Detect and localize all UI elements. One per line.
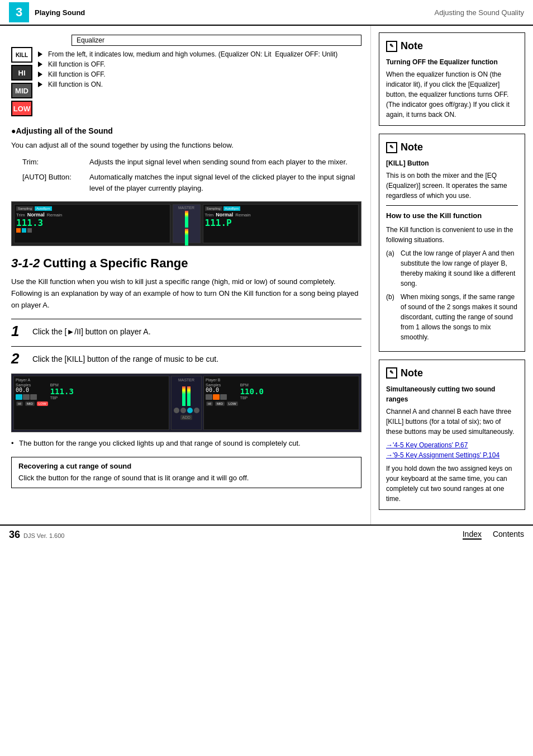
- footer-index-link[interactable]: Index: [463, 530, 482, 540]
- auto-row: [AUTO] Button: Automatically matches the…: [22, 172, 361, 193]
- kill-list-item-a: (a) Cut the low range of player A and th…: [386, 248, 518, 289]
- step-2-text: Click the [KILL] button of the range of …: [32, 351, 218, 365]
- player-tab2-active: AutoBpm: [223, 206, 241, 211]
- eq-row-mid: Kill function is OFF.: [38, 70, 361, 78]
- bullet-item: The button for the range you clicked lig…: [11, 438, 361, 449]
- note-subtitle-kill: [KILL] Button: [386, 158, 518, 168]
- ss-right-panel: Player B Samples 00.0 HI MID: [203, 376, 359, 430]
- player-panel-right: Sampling AutoBpm Trim Normal Remain 111.…: [203, 204, 359, 243]
- note-word-3: Note: [401, 366, 423, 381]
- note-box-1: ✎ Note Turning OFF the Equalizer functio…: [379, 32, 525, 126]
- page-number: 36: [9, 529, 20, 541]
- eq-mid-text: Kill function is OFF.: [48, 70, 106, 78]
- note-header-1: ✎ Note: [386, 39, 518, 54]
- arrow-icon: [38, 82, 42, 87]
- note-icon-3: ✎: [386, 367, 397, 379]
- note-link-2[interactable]: →'9-5 Key Assignment Settings' P.104: [386, 450, 518, 460]
- eq-row-hi: Kill function is OFF.: [38, 60, 361, 68]
- mid-button[interactable]: MID: [11, 83, 32, 98]
- note-word-2: Note: [401, 140, 423, 155]
- auto-desc: Automatically matches the input signal l…: [89, 172, 361, 193]
- ss-hi-kill[interactable]: HI: [16, 401, 23, 406]
- low-button[interactable]: LOW: [11, 101, 32, 116]
- ss-low-kill-b[interactable]: LOW: [227, 401, 238, 406]
- note-header-3: ✎ Note: [386, 366, 518, 381]
- ss-bpm-value-b: 110.0: [240, 387, 264, 396]
- kill-function-title: How to use the Kill function: [386, 210, 518, 221]
- ss-btn[interactable]: [16, 394, 22, 400]
- ss-hi-kill-b[interactable]: HI: [206, 401, 213, 406]
- auto-label: [AUTO] Button:: [22, 172, 89, 193]
- note-text-kill: This is on both the mixer and the [EQ (E…: [386, 171, 518, 201]
- note-icon-2: ✎: [386, 142, 397, 153]
- section-title-text: Cutting a Specific Range: [43, 256, 188, 271]
- kill-intro: The Kill function is convenient to use i…: [386, 225, 518, 245]
- kill-label-a: (a): [386, 248, 398, 258]
- adjusting-all-body: You can adjust all of the sound together…: [11, 140, 361, 151]
- footer-left: 36 DJS Ver. 1.600: [9, 529, 64, 541]
- kill-label-b: (b): [386, 292, 398, 302]
- ss-samples-label: Samples: [16, 383, 49, 387]
- page-header: 3 Playing Sound Adjusting the Sound Qual…: [0, 0, 533, 26]
- note-text-3a: Channel A and channel B each have three …: [386, 407, 518, 437]
- bpm-display: 111.3: [16, 218, 168, 228]
- section-num: 3-1-2: [11, 256, 40, 271]
- note-word-1: Note: [401, 39, 423, 54]
- ss-bpm-label: BPM: [50, 383, 74, 387]
- arrow-icon: [38, 51, 42, 57]
- left-column: KILL HI MID LOW Equalizer From the left,…: [0, 26, 371, 525]
- note-box-3: ✎ Note Simultaneously cutting two sound …: [379, 360, 525, 510]
- screenshot-step2: Player A Samples 00.0 HI MID: [11, 374, 361, 432]
- bpm-display-right: 111.P: [205, 218, 357, 228]
- ss-mid-kill[interactable]: MID: [25, 401, 35, 406]
- trim-row: Trim: Adjusts the input signal level whe…: [22, 157, 361, 168]
- ss-label-b: Player B: [206, 378, 220, 382]
- trim-desc: Adjusts the input signal level when send…: [89, 157, 361, 168]
- eq-hi-text: Kill function is OFF.: [48, 60, 106, 68]
- header-section: Playing Sound: [35, 8, 85, 17]
- recover-text: Click the button for the range of sound …: [18, 472, 354, 484]
- divider: [386, 205, 518, 206]
- page-footer: 36 DJS Ver. 1.600 Index Contents: [0, 525, 533, 544]
- player-display: Sampling AutoBpm Trim Normal Remain 111.…: [12, 202, 361, 245]
- kill-button[interactable]: KILL: [11, 47, 32, 63]
- note-subtitle-3: Simultaneously cutting two sound ranges: [386, 384, 518, 404]
- right-column: ✎ Note Turning OFF the Equalizer functio…: [371, 26, 533, 525]
- eq-low-text: Kill function is ON.: [48, 81, 103, 88]
- ss-mid-kill-b[interactable]: MID: [215, 401, 225, 406]
- eq-diagram: KILL HI MID LOW Equalizer From the left,…: [11, 35, 361, 116]
- step-1-number: 1: [11, 324, 27, 338]
- chapter-number: 3: [9, 2, 29, 22]
- ss-low-kill[interactable]: LOW: [37, 401, 48, 406]
- hi-button[interactable]: HI: [11, 65, 32, 81]
- note-header-2: ✎ Note: [386, 140, 518, 155]
- eq-row-kill: From the left, it indicates low, medium …: [38, 50, 361, 58]
- ss-btn[interactable]: [23, 394, 30, 400]
- ss-samples-label-b: Samples: [206, 383, 239, 387]
- equalizer-label: Equalizer: [72, 35, 361, 46]
- arrow-icon: [38, 72, 42, 77]
- note-box-2: ✎ Note [KILL] Button This is on both the…: [379, 134, 525, 352]
- player-panel-left: Sampling AutoBpm Trim Normal Remain 111.…: [14, 204, 170, 243]
- ss-btn[interactable]: [30, 394, 37, 400]
- note-link-1[interactable]: →'4-5 Key Operations' P.67: [386, 440, 518, 450]
- step-1: 1 Click the [►/II] button on player A.: [11, 319, 361, 338]
- step-2-number: 2: [11, 351, 27, 366]
- recover-box: Recovering a cut range of sound Click th…: [11, 457, 361, 489]
- trim-label: Trim:: [22, 157, 89, 168]
- footer-contents-link[interactable]: Contents: [493, 530, 524, 540]
- note-icon-1: ✎: [386, 41, 397, 52]
- player-tab: Sampling: [16, 206, 34, 211]
- note-subtitle-1: Turning OFF the Equalizer function: [386, 57, 518, 67]
- ss-btn-b[interactable]: [213, 394, 220, 400]
- step-1-text: Click the [►/II] button on player A.: [32, 324, 151, 338]
- section-title: 3-1-2 Cutting a Specific Range: [11, 256, 361, 271]
- note-text-1: When the equalizer function is ON (the i…: [386, 69, 518, 120]
- header-title: Adjusting the Sound Quality: [435, 8, 524, 17]
- ss-btn-b[interactable]: [206, 394, 212, 400]
- ss-label: Player A: [16, 378, 30, 382]
- ss-left-panel: Player A Samples 00.0 HI MID: [13, 376, 169, 430]
- ss-btn-b[interactable]: [220, 394, 227, 400]
- kill-text-a: Cut the low range of player A and then s…: [401, 248, 518, 289]
- main-content: KILL HI MID LOW Equalizer From the left,…: [0, 26, 533, 525]
